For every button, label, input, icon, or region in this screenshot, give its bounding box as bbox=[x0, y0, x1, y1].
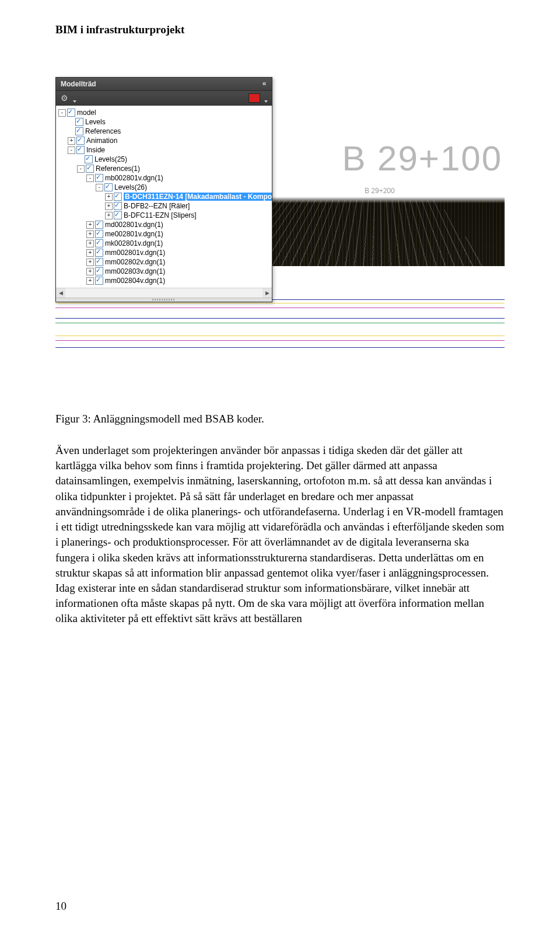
tree-node[interactable]: +B-DFB2--EZN [Räler] bbox=[57, 201, 272, 211]
tree-node[interactable]: +B-DCH311EZN-14 [Makadamballast - Kompon… bbox=[57, 192, 272, 201]
tree-checkbox[interactable] bbox=[86, 165, 94, 173]
scroll-right-icon[interactable]: ▶ bbox=[262, 288, 272, 298]
twisty-blank bbox=[68, 128, 74, 135]
tree-node-label: md002801v.dgn(1) bbox=[105, 221, 163, 229]
collapse-icon[interactable]: - bbox=[86, 174, 94, 182]
panel-collapse-button[interactable]: « bbox=[260, 79, 268, 88]
tree-node[interactable]: -Inside bbox=[57, 145, 272, 155]
tree-node-label: B-DFC11-EZN [Slipers] bbox=[124, 211, 197, 219]
tree-node[interactable]: +mm002802v.dgn(1) bbox=[57, 257, 272, 267]
tree-checkbox[interactable] bbox=[95, 221, 103, 229]
tree-node[interactable]: Levels bbox=[57, 117, 272, 127]
tree-node[interactable]: -model bbox=[57, 108, 272, 117]
swatch-dropdown-icon[interactable] bbox=[264, 96, 268, 100]
body-text: Även underlaget som projekteringen använ… bbox=[55, 443, 505, 627]
panel-title-text: Modellträd bbox=[61, 80, 96, 88]
expand-icon[interactable]: + bbox=[68, 137, 75, 145]
tree-node[interactable]: +mm002801v.dgn(1) bbox=[57, 248, 272, 257]
section-wireframe bbox=[55, 295, 505, 365]
tree-node-label: mm002803v.dgn(1) bbox=[105, 267, 165, 275]
tree-checkbox[interactable] bbox=[95, 277, 103, 285]
expand-icon[interactable]: + bbox=[86, 249, 94, 257]
tree-node-label: mm002802v.dgn(1) bbox=[105, 258, 165, 266]
figure-caption: Figur 3: Anläggningsmodell med BSAB kode… bbox=[55, 413, 505, 425]
tree-node[interactable]: +mk002801v.dgn(1) bbox=[57, 239, 272, 248]
page-header: BIM i infrastrukturprojekt bbox=[55, 23, 505, 36]
twisty-blank bbox=[77, 156, 83, 163]
tree-node-label: me002801v.dgn(1) bbox=[105, 230, 163, 238]
tree-node[interactable]: +mm002803v.dgn(1) bbox=[57, 267, 272, 276]
expand-icon[interactable]: + bbox=[105, 212, 113, 219]
tree-node[interactable]: -References(1) bbox=[57, 164, 272, 173]
tree-node[interactable]: +md002801v.dgn(1) bbox=[57, 220, 272, 229]
tree-checkbox[interactable] bbox=[95, 174, 103, 182]
tree-checkbox[interactable] bbox=[76, 146, 85, 154]
tree-node-label: B-DFB2--EZN [Räler] bbox=[124, 202, 190, 210]
panel-resize-handle[interactable] bbox=[56, 298, 272, 302]
expand-icon[interactable]: + bbox=[86, 230, 94, 238]
tree-node-label: mm002801v.dgn(1) bbox=[105, 249, 165, 257]
tree-node[interactable]: References bbox=[57, 127, 272, 136]
expand-icon[interactable]: + bbox=[86, 259, 94, 266]
color-swatch[interactable] bbox=[249, 93, 260, 103]
tree-node[interactable]: Levels(25) bbox=[57, 155, 272, 164]
collapse-icon[interactable]: - bbox=[96, 184, 103, 191]
tree-node[interactable]: +B-DFC11-EZN [Slipers] bbox=[57, 211, 272, 220]
model-tree: -modelLevelsReferences+Animation-InsideL… bbox=[56, 106, 272, 288]
expand-icon[interactable]: + bbox=[86, 277, 94, 285]
collapse-icon[interactable]: - bbox=[77, 165, 85, 173]
tree-node-label: Animation bbox=[86, 137, 117, 145]
tree-checkbox[interactable] bbox=[95, 239, 103, 247]
tree-node-label: mb002801v.dgn(1) bbox=[105, 174, 163, 182]
tree-node-label: B-DCH311EZN-14 [Makadamballast - Kompone… bbox=[124, 193, 272, 201]
tree-checkbox[interactable] bbox=[114, 211, 122, 219]
station-label-small: B 29+200 bbox=[365, 187, 395, 195]
tree-node-label: References bbox=[85, 127, 121, 135]
tree-checkbox[interactable] bbox=[67, 109, 75, 117]
expand-icon[interactable]: + bbox=[105, 202, 113, 210]
tree-checkbox[interactable] bbox=[114, 193, 122, 201]
tree-checkbox[interactable] bbox=[75, 127, 83, 135]
tree-checkbox[interactable] bbox=[95, 249, 103, 257]
tree-checkbox[interactable] bbox=[104, 183, 113, 191]
collapse-icon[interactable]: - bbox=[68, 146, 75, 154]
panel-title: Modellträd « bbox=[56, 78, 272, 90]
scroll-left-icon[interactable]: ◀ bbox=[56, 288, 65, 298]
gear-icon[interactable]: ⚙ bbox=[60, 93, 69, 103]
tree-checkbox[interactable] bbox=[114, 202, 122, 210]
expand-icon[interactable]: + bbox=[86, 221, 94, 229]
tree-node-label: Levels(25) bbox=[94, 155, 127, 163]
tree-checkbox[interactable] bbox=[95, 267, 103, 275]
tree-node[interactable]: -mb002801v.dgn(1) bbox=[57, 173, 272, 183]
tree-node-label: model bbox=[77, 109, 96, 117]
figure-3: B 29+100 B 29+200 Modellträd « ⚙ -modelL… bbox=[55, 77, 505, 392]
tree-node[interactable]: +mm002804v.dgn(1) bbox=[57, 276, 272, 285]
tree-checkbox[interactable] bbox=[95, 230, 103, 238]
model-tree-panel: Modellträd « ⚙ -modelLevelsReferences+An… bbox=[55, 77, 272, 302]
tree-node[interactable]: +me002801v.dgn(1) bbox=[57, 229, 272, 239]
station-label-large: B 29+100 bbox=[342, 138, 502, 179]
page-number: 10 bbox=[55, 900, 66, 913]
tree-checkbox[interactable] bbox=[85, 155, 93, 163]
expand-icon[interactable]: + bbox=[86, 268, 94, 275]
tree-node-label: References(1) bbox=[96, 165, 140, 173]
tree-node-label: mk002801v.dgn(1) bbox=[105, 239, 163, 247]
tree-checkbox[interactable] bbox=[95, 258, 103, 266]
twisty-blank bbox=[68, 119, 74, 125]
gear-dropdown-icon[interactable] bbox=[72, 96, 77, 100]
tree-node[interactable]: -Levels(26) bbox=[57, 183, 272, 192]
tree-node[interactable]: +Animation bbox=[57, 136, 272, 145]
collapse-icon[interactable]: - bbox=[58, 109, 66, 117]
expand-icon[interactable]: + bbox=[86, 240, 94, 247]
tree-node-label: Levels bbox=[85, 118, 106, 126]
panel-toolbar: ⚙ bbox=[56, 90, 272, 106]
tree-node-label: mm002804v.dgn(1) bbox=[105, 277, 165, 285]
tree-node-label: Levels(26) bbox=[114, 183, 147, 191]
tree-checkbox[interactable] bbox=[75, 118, 83, 126]
tree-checkbox[interactable] bbox=[76, 137, 85, 145]
tree-node-label: Inside bbox=[86, 146, 105, 154]
expand-icon[interactable]: + bbox=[105, 193, 113, 201]
tree-hscrollbar[interactable]: ◀ ▶ bbox=[56, 288, 272, 298]
